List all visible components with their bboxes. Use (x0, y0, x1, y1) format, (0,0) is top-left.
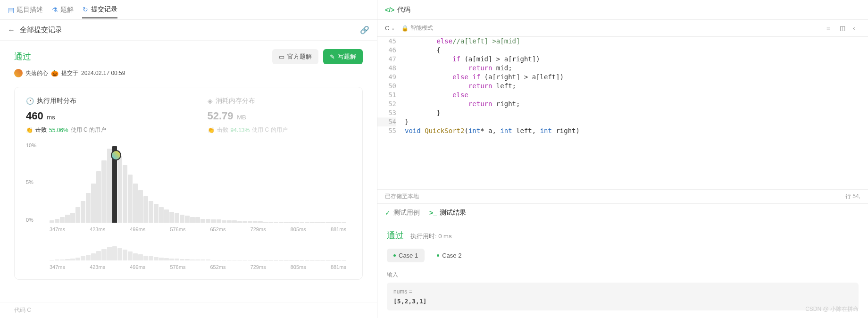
code-editor[interactable]: 4546474849505152535455 else//a[left] >a[… (377, 37, 868, 189)
editor-mode[interactable]: 🔒 智能模式 (401, 24, 433, 32)
tab-submissions[interactable]: ↻ 提交记录 (82, 1, 117, 18)
pumpkin-icon: 🎃 (51, 70, 58, 77)
chart-bar[interactable] (284, 222, 289, 223)
chart-bar[interactable] (143, 196, 148, 223)
case-pill-1[interactable]: Case 1 (387, 249, 425, 262)
mini-chart-bar (190, 259, 195, 260)
chart-bar[interactable] (268, 222, 273, 223)
chart-bar[interactable] (336, 222, 341, 223)
chart-bar[interactable] (185, 216, 190, 223)
case-pill-2[interactable]: Case 2 (430, 249, 468, 262)
chart-bar[interactable] (279, 222, 284, 223)
bookmark-icon[interactable]: ◫ (840, 25, 847, 32)
chart-bar[interactable] (65, 215, 70, 223)
chart-bar[interactable] (123, 165, 127, 223)
author-name[interactable]: 失落的心 (25, 69, 48, 77)
chart-bar[interactable] (50, 220, 54, 223)
chart-bar[interactable] (342, 222, 346, 223)
chart-bar[interactable] (294, 222, 299, 223)
chart-bar[interactable] (253, 221, 258, 223)
history-icon: ↻ (82, 6, 89, 13)
chart-bar[interactable] (222, 220, 226, 223)
link-icon[interactable]: 🔗 (360, 25, 369, 34)
chart-bar[interactable] (320, 222, 325, 223)
status-dot-icon (393, 254, 396, 257)
chart-bar[interactable] (169, 212, 174, 223)
language-select[interactable]: C ⌄ (385, 25, 395, 32)
chart-bar[interactable] (86, 193, 91, 223)
book-icon: ▭ (279, 53, 284, 60)
chart-bar[interactable] (91, 184, 96, 223)
chart-bar[interactable] (331, 222, 336, 223)
runtime-stat[interactable]: 🕐 执行用时分布 460 ms 👏 击败 55.06% 使用 C 的用户 (26, 97, 170, 134)
tab-test-cases[interactable]: ✓ 测试用例 (385, 205, 420, 221)
left-tabs: ▤ 题目描述 ⚗ 题解 ↻ 提交记录 (0, 0, 377, 20)
official-solution-button[interactable]: ▭ 官方题解 (272, 49, 318, 64)
chart-bar[interactable] (195, 217, 200, 223)
code-tab[interactable]: </> 代码 (385, 6, 410, 14)
chart-bar[interactable] (154, 204, 159, 223)
avatar[interactable] (14, 69, 23, 77)
chart-bar[interactable] (242, 221, 247, 223)
runtime-beat-pct: 55.06% (49, 127, 68, 134)
input-box: nums = [5,2,3,1] (387, 283, 859, 310)
runtime-mini-chart: 347ms423ms499ms576ms652ms729ms805ms881ms (26, 246, 351, 270)
chart-bar[interactable] (96, 171, 101, 223)
mini-chart-bar (242, 260, 247, 260)
chart-bar[interactable] (211, 219, 216, 223)
chart-bar[interactable] (175, 213, 179, 223)
menu-icon[interactable]: ≡ (826, 25, 834, 32)
mini-chart-bar (60, 259, 65, 260)
chart-bar[interactable] (237, 221, 242, 223)
chart-bar[interactable] (200, 219, 205, 223)
chart-bar[interactable] (305, 222, 309, 223)
chevron-left-icon[interactable]: ‹ (853, 25, 860, 32)
mini-chart-bar (133, 253, 138, 260)
chart-bar[interactable] (138, 190, 143, 223)
chart-bar[interactable] (159, 207, 164, 223)
chart-bar[interactable] (60, 217, 65, 223)
chart-bar[interactable] (70, 213, 75, 223)
chart-bar[interactable] (75, 207, 80, 223)
chart-bar[interactable] (289, 222, 294, 223)
chart-bar[interactable] (164, 209, 169, 223)
chart-bar[interactable] (117, 156, 122, 223)
chart-bar[interactable] (315, 222, 320, 223)
chart-bar[interactable] (133, 184, 138, 223)
chart-bar[interactable] (258, 221, 263, 223)
mini-chart-bar (101, 249, 106, 260)
tab-test-results[interactable]: >_ 测试结果 (429, 205, 466, 221)
tab-problem[interactable]: ▤ 题目描述 (8, 2, 43, 18)
chart-bar[interactable] (232, 220, 237, 223)
mini-chart-bar (91, 253, 96, 260)
chart-bar[interactable] (128, 175, 133, 223)
chart-bar[interactable] (81, 201, 85, 223)
chart-bar[interactable] (217, 219, 221, 223)
tab-solution[interactable]: ⚗ 题解 (51, 2, 74, 18)
chart-bar[interactable] (274, 222, 278, 223)
back-arrow-icon[interactable]: ← (8, 26, 15, 34)
chart-bar[interactable] (300, 222, 304, 223)
mini-chart-bar (149, 256, 153, 260)
mini-chart-bar (185, 259, 190, 260)
submitted-prefix: 提交于 (61, 69, 78, 77)
chart-bar[interactable] (206, 219, 210, 223)
chart-bar[interactable] (248, 221, 252, 223)
chart-bar[interactable] (326, 222, 330, 223)
chart-bar[interactable] (310, 222, 315, 223)
chart-bar[interactable] (180, 215, 184, 223)
test-tabs: ✓ 测试用例 >_ 测试结果 (377, 203, 868, 222)
chevron-down-icon: ⌄ (391, 25, 395, 31)
memory-stat[interactable]: ◈ 消耗内存分布 52.79 MB 👏 击败 94.13% 使用 C 的用户 (208, 97, 351, 134)
submission-status: 通过 (14, 51, 31, 62)
chart-bar[interactable] (190, 217, 195, 223)
chart-bar[interactable] (107, 149, 112, 223)
write-solution-button[interactable]: ✎ 写题解 (323, 49, 363, 64)
test-time: 执行用时: 0 ms (410, 232, 451, 241)
chart-bar[interactable] (263, 222, 268, 223)
chart-bar[interactable] (55, 219, 59, 223)
chart-bar[interactable] (149, 201, 153, 223)
chart-bar[interactable] (101, 160, 106, 223)
flask-icon: ⚗ (51, 7, 58, 13)
chart-bar[interactable] (227, 220, 232, 223)
